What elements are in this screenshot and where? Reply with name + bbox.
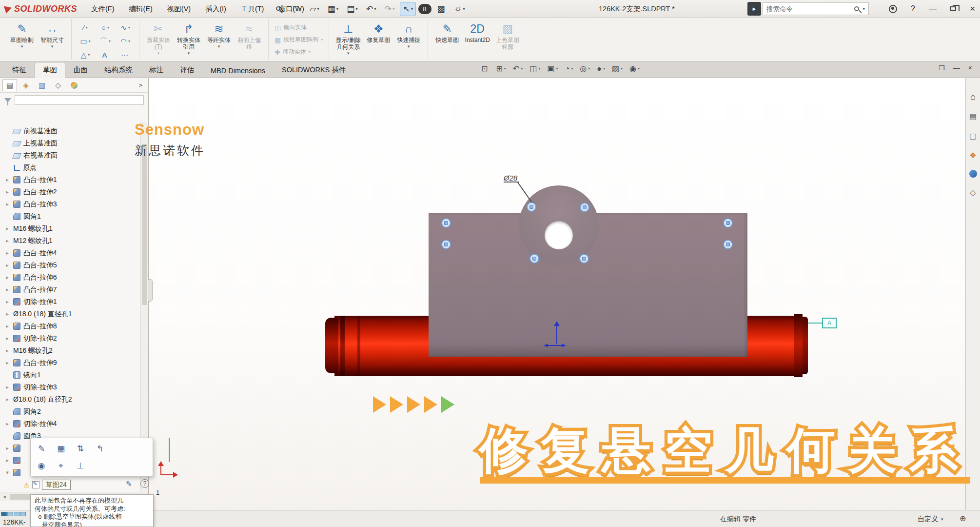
ribbon-button[interactable]: ≈ 曲面上偏移 xyxy=(234,20,264,52)
ribbon-button[interactable]: ▨ 上色草图轮廓 xyxy=(492,20,523,52)
tree-item[interactable]: 上视基准面 xyxy=(0,137,140,149)
context-toolbar-button[interactable]: ⌖ xyxy=(54,459,68,473)
view-tool-button[interactable]: ◉ ▾ xyxy=(629,64,640,73)
view-tool-button[interactable]: ◔ ▾ xyxy=(565,64,573,73)
tree-item[interactable]: ▸ 凸台-拉伸5 xyxy=(0,259,140,271)
help-bubble-icon[interactable]: ? xyxy=(140,479,149,488)
expand-arrow-icon[interactable]: ▸ xyxy=(4,274,10,281)
ribbon-button[interactable]: ↔ 智能尺寸 ▾ xyxy=(37,20,67,50)
quick-access-button[interactable]: ↖ ▾ xyxy=(400,2,416,16)
ribbon-button[interactable]: ✎ 草图绘制 ▾ xyxy=(7,20,37,50)
model-cylinder-right-flange[interactable] xyxy=(794,314,803,377)
context-toolbar-button[interactable]: ↰ xyxy=(93,442,107,456)
document-window-button[interactable]: × xyxy=(968,64,972,72)
ribbon-tab[interactable]: 结构系统 xyxy=(96,62,141,78)
sketch-relation-marker[interactable] xyxy=(529,254,539,264)
model-motion-tabs[interactable] xyxy=(1,512,26,516)
panel-splitter-handle[interactable] xyxy=(148,279,153,302)
quick-access-button[interactable]: ⌂ xyxy=(276,2,288,16)
panel-tab[interactable]: ◈ xyxy=(19,79,33,91)
expand-arrow-icon[interactable]: ▸ xyxy=(4,262,10,268)
quick-access-button[interactable]: ▦ ▾ xyxy=(325,2,342,16)
tree-item[interactable]: ▸ 凸台-拉伸9 xyxy=(0,357,140,369)
sketch-relation-marker[interactable] xyxy=(527,202,536,212)
menu-item[interactable]: 插入(I) xyxy=(198,0,234,18)
ribbon-row-button[interactable]: ◫ 镜向实体 xyxy=(273,22,325,33)
search-brand-tile[interactable]: ► xyxy=(747,2,761,16)
sketch-entity-button[interactable]: A xyxy=(96,48,115,61)
sketch-entity-button[interactable]: △ ▾ xyxy=(76,48,95,61)
context-toolbar-button[interactable]: ⊥ xyxy=(74,459,87,473)
sketch-entity-button[interactable]: ▭ ▾ xyxy=(76,35,95,48)
tree-item[interactable]: ▸ M16 螺纹孔2 xyxy=(0,345,140,357)
panel-tab[interactable]: ▤ xyxy=(2,79,17,91)
scroll-left-icon[interactable]: ◄ xyxy=(0,494,9,499)
panel-collapse-button[interactable]: > xyxy=(135,81,146,89)
expand-arrow-icon[interactable]: ▸ xyxy=(4,311,10,317)
view-tool-button[interactable]: ⊞ ▾ xyxy=(496,64,506,73)
expand-arrow-icon[interactable]: ▸ xyxy=(4,177,10,183)
status-custom-dropdown[interactable]: 自定义 ▾ xyxy=(918,515,943,524)
expand-arrow-icon[interactable]: ▸ xyxy=(4,250,10,256)
user-account-icon[interactable] xyxy=(889,5,897,13)
tree-item[interactable]: 原点 xyxy=(0,162,140,174)
help-icon[interactable]: ? xyxy=(911,4,915,13)
panel-tab[interactable]: ▥ xyxy=(35,79,49,91)
sketch-entity-button[interactable]: ⋯ xyxy=(116,48,135,61)
task-pane-tab[interactable]: ● xyxy=(969,170,977,178)
expand-arrow-icon[interactable]: ▸ xyxy=(4,445,10,451)
expand-arrow-icon[interactable]: ▸ xyxy=(4,299,10,305)
ribbon-button[interactable]: 2D Instant2D xyxy=(462,20,492,45)
document-window-button[interactable]: — xyxy=(953,64,960,72)
dimension-label[interactable]: Ø28 xyxy=(504,174,517,182)
expand-arrow-icon[interactable]: ▸ xyxy=(4,396,10,403)
ribbon-button[interactable]: ✎ 快速草图 xyxy=(432,20,462,45)
task-pane-tab[interactable]: ◇ xyxy=(968,187,978,197)
quick-access-button[interactable]: ▱ ▾ xyxy=(307,2,322,16)
view-tool-button[interactable]: ◎ ▾ xyxy=(580,64,590,73)
expand-arrow-icon[interactable]: ▸ xyxy=(4,323,10,329)
expand-arrow-icon[interactable]: ▸ xyxy=(4,347,10,354)
expand-arrow-icon[interactable]: ▾ xyxy=(4,469,10,476)
task-pane-tab[interactable]: ▤ xyxy=(968,111,978,121)
sketch-entity-button[interactable]: ∕ ▾ xyxy=(76,21,95,34)
context-toolbar-button[interactable]: ◉ xyxy=(35,459,48,473)
search-input[interactable] xyxy=(766,5,851,13)
quick-access-button[interactable]: ☼ ▾ xyxy=(451,2,468,16)
panel-tab[interactable] xyxy=(67,79,81,91)
ribbon-tab[interactable]: 草图 xyxy=(35,62,65,78)
tree-item[interactable]: ▸ 凸台-拉伸6 xyxy=(0,271,140,284)
tree-item[interactable]: ▸ Ø18.0 (18) 直径孔2 xyxy=(0,393,140,405)
edit-sketch-quick-button[interactable]: ✎ xyxy=(126,480,132,488)
tree-item[interactable]: ▸ M12 螺纹孔1 xyxy=(0,235,140,247)
tree-item[interactable]: ▸ 凸台-拉伸2 xyxy=(0,186,140,198)
ribbon-tab[interactable]: 评估 xyxy=(172,62,202,78)
scrollbar-thumb[interactable] xyxy=(142,144,147,305)
quick-access-button[interactable]: ▩ xyxy=(434,2,449,16)
sketch24-label[interactable]: 草图24 xyxy=(42,480,71,490)
tree-item[interactable]: ▸ M16 螺纹孔1 xyxy=(0,223,140,235)
ribbon-tab[interactable]: MBD Dimensions xyxy=(202,63,274,78)
tree-item[interactable]: ▸ 凸台-拉伸1 xyxy=(0,174,140,186)
ribbon-tab[interactable]: 曲面 xyxy=(65,62,96,78)
tree-item[interactable]: ▸ 凸台-拉伸4 xyxy=(0,247,140,259)
menu-item[interactable]: 视图(V) xyxy=(160,0,198,18)
ribbon-row-button[interactable]: ▦ 线性草图阵列 ▾ xyxy=(273,35,325,45)
tree-item[interactable]: 前视基准面 xyxy=(0,125,140,137)
ribbon-button[interactable]: ❖ 修复草图 xyxy=(363,20,393,45)
search-icon[interactable] xyxy=(854,6,859,11)
quick-access-button[interactable]: 8 xyxy=(418,4,431,14)
expand-arrow-icon[interactable]: ▸ xyxy=(4,201,10,207)
close-button[interactable]: × xyxy=(970,3,975,14)
expand-arrow-icon[interactable]: ▸ xyxy=(4,421,10,427)
tree-item[interactable]: 圆角1 xyxy=(0,210,140,223)
tree-vertical-scrollbar[interactable] xyxy=(140,122,148,492)
ribbon-tab[interactable]: 特征 xyxy=(4,62,35,78)
sketch-relation-marker[interactable] xyxy=(579,254,589,264)
expand-arrow-icon[interactable]: ▸ xyxy=(4,286,10,293)
ribbon-tab[interactable]: SOLIDWORKS 插件 xyxy=(274,62,354,78)
expand-arrow-icon[interactable]: ▸ xyxy=(4,384,10,390)
view-tool-button[interactable]: ⊡ xyxy=(481,64,489,73)
tree-item[interactable]: 圆角2 xyxy=(0,405,140,418)
sketch-entity-button[interactable]: ○ ▾ xyxy=(96,21,115,34)
